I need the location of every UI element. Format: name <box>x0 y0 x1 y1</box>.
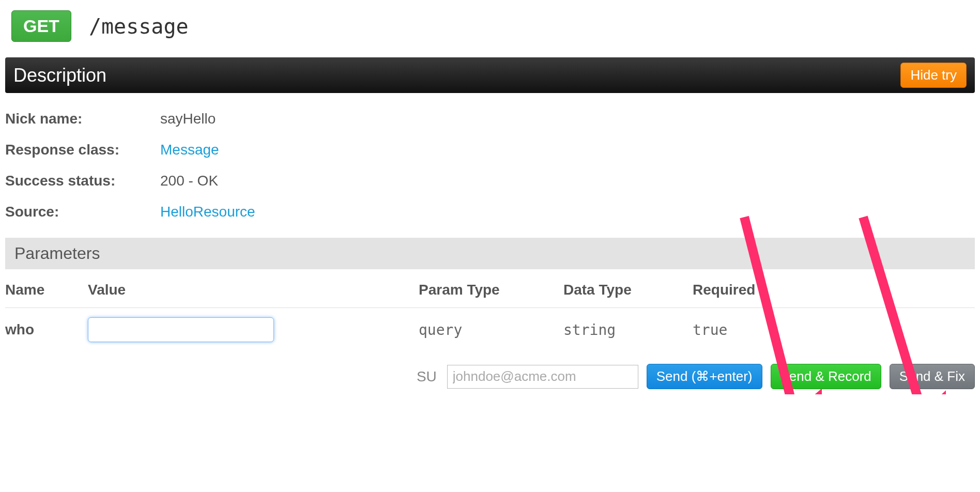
success-status-value: 200 - OK <box>160 173 218 189</box>
col-name: Name <box>5 272 88 308</box>
su-input[interactable] <box>447 365 638 389</box>
nick-name-label: Nick name: <box>5 111 160 127</box>
description-section-bar: Description Hide try <box>5 57 975 93</box>
response-class-link[interactable]: Message <box>160 142 219 158</box>
success-status-label: Success status: <box>5 173 160 189</box>
source-link[interactable]: HelloResource <box>160 204 255 220</box>
send-record-button[interactable]: Send & Record <box>771 364 881 389</box>
endpoint-path: /message <box>89 14 189 38</box>
http-method-badge: GET <box>11 10 71 42</box>
parameters-table: Name Value Param Type Data Type Required… <box>5 272 975 351</box>
param-type-value: query <box>419 308 563 352</box>
col-required: Required <box>693 272 975 308</box>
send-button[interactable]: Send (⌘+enter) <box>647 364 762 389</box>
su-label: SU <box>417 368 437 385</box>
source-label: Source: <box>5 204 160 220</box>
parameters-section-bar: Parameters <box>5 238 975 269</box>
table-row: who query string true <box>5 308 975 352</box>
nick-name-value: sayHello <box>160 111 216 127</box>
description-list: Nick name: sayHello Response class: Mess… <box>5 93 975 238</box>
send-fix-button[interactable]: Send & Fix <box>890 364 975 389</box>
hide-try-button[interactable]: Hide try <box>900 63 967 88</box>
col-value: Value <box>88 272 419 308</box>
param-value-input[interactable] <box>88 317 274 342</box>
data-type-value: string <box>563 308 693 352</box>
action-row: SU Send (⌘+enter) Send & Record Send & F… <box>5 351 975 394</box>
param-name: who <box>5 321 34 337</box>
col-param-type: Param Type <box>419 272 563 308</box>
description-title: Description <box>13 65 106 86</box>
parameters-title: Parameters <box>14 244 100 263</box>
required-value: true <box>693 308 975 352</box>
col-data-type: Data Type <box>563 272 693 308</box>
endpoint-header: GET /message <box>5 0 975 57</box>
response-class-label: Response class: <box>5 142 160 158</box>
